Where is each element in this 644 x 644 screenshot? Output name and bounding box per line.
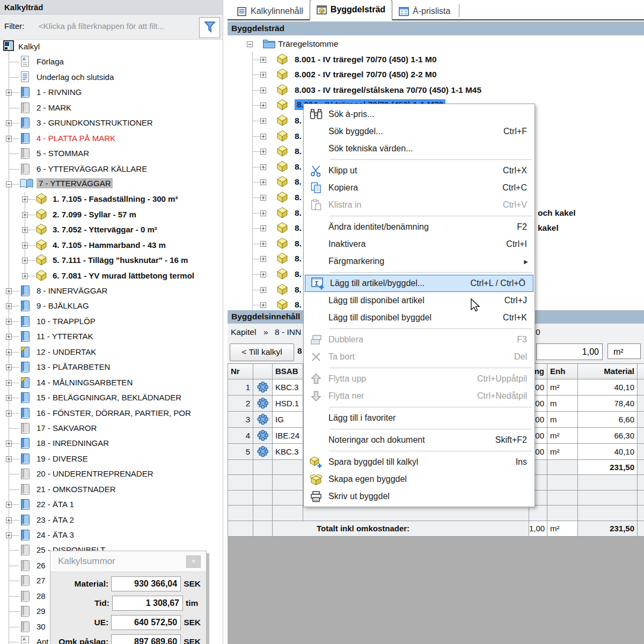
kalkyl-tree-item[interactable]: 13 - PLÅTARBETEN: [0, 360, 223, 375]
menu-item-kopiera[interactable]: KopieraCtrl+C: [304, 179, 535, 196]
menu-item-sök-à-pris[interactable]: Sök à-pris...: [304, 106, 535, 123]
cell-bsab[interactable]: KBC.3: [273, 443, 303, 459]
expander-plus-icon[interactable]: [6, 395, 12, 401]
menu-item-flytta-ner[interactable]: Flytta nerCtrl+Nedåtpil: [304, 387, 535, 405]
kalkyl-tree-item[interactable]: 23 - ÄTA 2: [0, 513, 223, 528]
kalkyl-tree-item[interactable]: 16 - FÖNSTER, DÖRRAR, PARTIER, POR: [0, 406, 223, 421]
expander-plus-icon[interactable]: [260, 179, 266, 185]
expander-plus-icon[interactable]: [260, 241, 266, 247]
cell-material[interactable]: 6,60: [578, 411, 638, 427]
kalkyl-tree-item[interactable]: 10 - TRAPPLÖP: [0, 314, 223, 329]
expander-plus-icon[interactable]: [260, 57, 266, 63]
menu-item-färgmarkering[interactable]: Färgmarkering▶: [304, 253, 535, 270]
expander-plus-icon[interactable]: [260, 72, 266, 78]
summary-field-value[interactable]: 1 308,67: [112, 596, 183, 611]
cell-material[interactable]: 40,10: [578, 379, 638, 395]
menu-item-sök-tekniska-värden[interactable]: Sök tekniska värden...: [304, 140, 535, 157]
tab-byggdelstrad[interactable]: Byggdelsträd: [310, 0, 392, 20]
expander-plus-icon[interactable]: [260, 225, 266, 231]
kalkyl-tree-item[interactable]: 22 - ÄTA 1: [0, 497, 223, 512]
expander-plus-icon[interactable]: [260, 134, 266, 140]
menu-item-lägg-till-disponibel-artikel[interactable]: Lägg till disponibel artikelCtrl+J: [304, 292, 535, 309]
cell-material[interactable]: 66,30: [578, 427, 638, 443]
menu-item-lägg-till-i-favoriter[interactable]: Lägg till i favoriter: [304, 409, 535, 427]
expander-minus-icon[interactable]: [247, 41, 253, 47]
summary-field-value[interactable]: 897 689,60: [111, 634, 181, 644]
breadcrumb-path[interactable]: 8 - INN: [275, 327, 301, 337]
cell-material[interactable]: 78,40: [578, 395, 638, 411]
summary-field-value[interactable]: 640 572,50: [111, 615, 181, 630]
summary-field-value[interactable]: 930 366,04: [111, 576, 181, 591]
kalkyl-tree-item[interactable]: 17 - SAKVAROR: [0, 421, 223, 436]
cell-bsab[interactable]: HSD.1: [273, 395, 303, 411]
cell-material[interactable]: 40,10: [578, 443, 638, 459]
byggdel-item[interactable]: 8.002 - IV träregel 70/70 (450) 2-2 M0: [0, 67, 644, 83]
kalkyl-tree-item[interactable]: 24 - ÄTA 3: [0, 528, 223, 543]
filter-placeholder[interactable]: <Klicka på filterknappen för att filt...: [39, 21, 194, 31]
byggdel-item[interactable]: 8.001 - IV träregel 70/70 (450) 1-1 M0: [0, 52, 644, 68]
tab-aprislista[interactable]: À-prislista: [392, 3, 457, 19]
expander-plus-icon[interactable]: [260, 256, 266, 262]
cell-enh[interactable]: m: [547, 395, 578, 411]
expander-plus-icon[interactable]: [260, 164, 266, 170]
menu-item-flytta-upp[interactable]: Flytta uppCtrl+Uppåtpil: [304, 370, 535, 387]
expander-plus-icon[interactable]: [6, 380, 12, 386]
expander-plus-icon[interactable]: [6, 441, 12, 447]
expander-plus-icon[interactable]: [6, 456, 12, 462]
menu-item-klipp-ut[interactable]: Klipp utCtrl+X: [304, 162, 535, 179]
byggdels-group-item[interactable]: Träregelstomme: [0, 36, 644, 52]
expander-plus-icon[interactable]: [6, 532, 12, 538]
till-kalkyl-button[interactable]: < Till kalkyl: [230, 343, 294, 361]
expander-plus-icon[interactable]: [6, 364, 12, 370]
breadcrumb-kapitel[interactable]: Kapitel: [231, 327, 256, 337]
expander-plus-icon[interactable]: [260, 287, 266, 293]
cell-bsab[interactable]: IG: [273, 411, 303, 427]
expander-plus-icon[interactable]: [260, 195, 266, 201]
cell-bsab[interactable]: IBE.24: [273, 427, 303, 443]
expander-plus-icon[interactable]: [260, 87, 266, 93]
menu-item-lägg-till-disponibel-byggdel[interactable]: Lägg till disponibel byggdelCtrl+K: [304, 309, 535, 326]
popup-title-bar[interactable]: Kalkylsummor ×: [50, 551, 206, 572]
expander-plus-icon[interactable]: [260, 118, 266, 124]
tab-kalkylinnehall[interactable]: Kalkylinnehåll: [231, 3, 310, 19]
menu-item-inaktivera[interactable]: InaktiveraCtrl+I: [304, 236, 535, 253]
expander-plus-icon[interactable]: [260, 272, 266, 277]
kalkyl-tree-item[interactable]: 19 - DIVERSE: [0, 451, 223, 466]
byggdel-item[interactable]: 8.003 - IV träregel/stålskena 70/70 (450…: [0, 83, 644, 98]
menu-item-lägg-till-artikel-byggdel[interactable]: ΣLägg till artikel/byggdel...Ctrl+L / Ct…: [305, 275, 533, 292]
expander-plus-icon[interactable]: [6, 517, 12, 523]
menu-item-ändra-identitet-benämning[interactable]: Ändra identitet/benämningF2: [304, 218, 535, 236]
cell-enh[interactable]: m: [547, 411, 578, 427]
expander-plus-icon[interactable]: [6, 334, 12, 340]
menu-item-skapa-egen-byggdel[interactable]: Skapa egen byggdel: [304, 471, 535, 488]
expander-plus-icon[interactable]: [260, 103, 266, 108]
cell-enh[interactable]: m²: [547, 427, 578, 443]
kalkyl-tree-item[interactable]: 14 - MÅLNINGSARBETEN: [0, 375, 223, 390]
quantity-input[interactable]: [536, 343, 603, 360]
menu-item-noteringar-och-dokument[interactable]: Noteringar och dokumentSkift+F2: [304, 431, 535, 449]
expander-plus-icon[interactable]: [6, 349, 12, 355]
expander-plus-icon[interactable]: [6, 411, 12, 416]
kalkyl-tree-item[interactable]: 18 - INREDNINGAR: [0, 436, 223, 451]
menu-item-skriv-ut-byggdel[interactable]: Skriv ut byggdel: [304, 488, 535, 505]
unit-select[interactable]: m²: [608, 343, 641, 359]
close-icon[interactable]: ×: [186, 555, 201, 568]
menu-item-sök-byggdel[interactable]: Sök byggdel...Ctrl+F: [304, 123, 535, 140]
kalkyl-tree-item[interactable]: 21 - OMKOSTNADER: [0, 482, 223, 497]
menu-item-spara-byggdel-till-kalkyl[interactable]: Spara byggdel till kalkylIns: [304, 453, 535, 471]
cell-bsab[interactable]: KBC.3: [273, 379, 303, 395]
expander-plus-icon[interactable]: [260, 210, 266, 216]
kalkyl-tree-item[interactable]: 11 - YTTERTAK: [0, 329, 223, 344]
expander-plus-icon[interactable]: [260, 302, 266, 308]
kalkyl-tree-item[interactable]: 15 - BELÄGGNINGAR, BEKLÄDNADER: [0, 390, 223, 405]
cell-enh[interactable]: m²: [547, 379, 578, 395]
menu-item-dubblera[interactable]: DubbleraF3: [304, 331, 535, 348]
expander-plus-icon[interactable]: [6, 319, 12, 325]
expander-plus-icon[interactable]: [6, 502, 12, 508]
kalkyl-tree-item[interactable]: 20 - UNDERENTREPRENADER: [0, 466, 223, 481]
menu-item-ta-bort[interactable]: Ta bortDel: [304, 348, 535, 365]
menu-item-klistra-in[interactable]: Klistra inCtrl+V: [304, 196, 535, 214]
cell-enh[interactable]: m²: [547, 443, 578, 459]
expander-plus-icon[interactable]: [260, 149, 266, 155]
kalkyl-tree-item[interactable]: 12 - UNDERTAK: [0, 345, 223, 360]
